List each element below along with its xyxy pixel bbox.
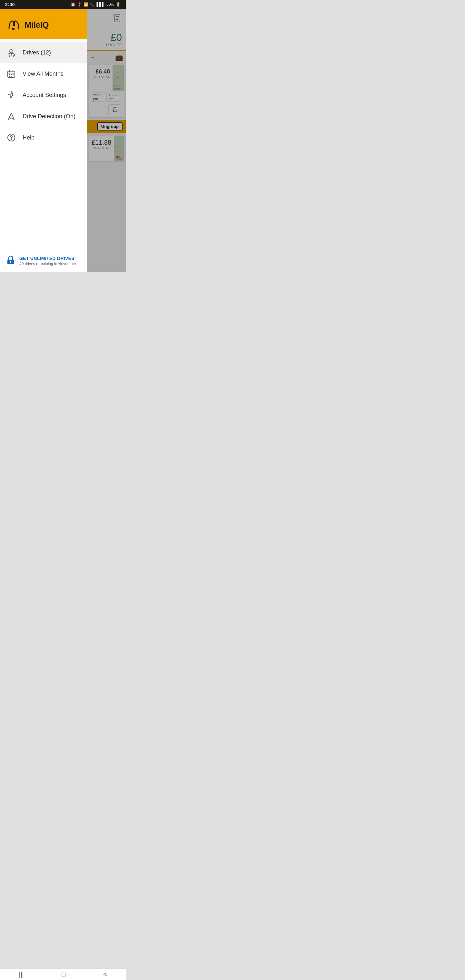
calendar-icon bbox=[6, 69, 16, 79]
sidebar-item-drive-detection[interactable]: Drive Detection (On) bbox=[0, 106, 87, 127]
svg-rect-20 bbox=[11, 74, 11, 75]
svg-rect-19 bbox=[9, 74, 10, 75]
mileiq-logo-svg bbox=[6, 18, 20, 32]
gear-icon bbox=[6, 90, 16, 100]
car-pin-icon bbox=[6, 48, 16, 57]
svg-rect-21 bbox=[13, 74, 14, 75]
svg-point-27 bbox=[11, 139, 12, 140]
alarm-icon: ⏰ bbox=[70, 2, 75, 7]
location-icon: 📍 bbox=[77, 2, 82, 7]
sidebar-item-view-months-label: View All Months bbox=[22, 70, 64, 77]
battery-icon: 🔋 bbox=[116, 2, 121, 7]
navigation-icon bbox=[6, 111, 16, 121]
sidebar-footer[interactable]: GET UNLIMITED DRIVES 40 drives remaining… bbox=[0, 250, 87, 272]
sidebar-item-view-months[interactable]: View All Months bbox=[0, 63, 87, 84]
svg-point-29 bbox=[10, 261, 11, 263]
sidebar: MileIQ Drives (12) bbox=[0, 9, 87, 272]
sidebar-item-account-settings[interactable]: Account Settings bbox=[0, 84, 87, 106]
phone-icon: 📞 bbox=[90, 2, 95, 7]
sidebar-item-drive-detection-label: Drive Detection (On) bbox=[22, 113, 75, 120]
svg-point-14 bbox=[13, 56, 14, 57]
status-bar: 2:40 ⏰ 📍 📶 📞 ▌▌▌ 50% 🔋 bbox=[0, 0, 126, 9]
sidebar-navigation: Drives (12) V bbox=[0, 39, 87, 250]
svg-point-10 bbox=[12, 28, 14, 30]
battery-text: 50% bbox=[106, 2, 114, 7]
sidebar-item-drives-label: Drives (12) bbox=[22, 49, 51, 56]
signal-icon: ▌▌▌ bbox=[96, 2, 105, 7]
wifi-icon: 📶 bbox=[83, 2, 88, 7]
footer-title: GET UNLIMITED DRIVES bbox=[19, 256, 76, 261]
svg-point-11 bbox=[10, 49, 13, 53]
sidebar-item-drives[interactable]: Drives (12) bbox=[0, 42, 87, 63]
help-circle-icon bbox=[6, 133, 16, 142]
status-time: 2:40 bbox=[5, 2, 15, 7]
status-icons: ⏰ 📍 📶 📞 ▌▌▌ 50% 🔋 bbox=[70, 2, 121, 7]
svg-rect-23 bbox=[11, 76, 11, 77]
logo-icon bbox=[6, 18, 20, 32]
sidebar-header: MileIQ bbox=[0, 9, 87, 39]
sidebar-item-help[interactable]: Help bbox=[0, 127, 87, 148]
app-container: £0 LOGGED → 💼 £6.48 POTENTIAL bbox=[0, 9, 126, 272]
svg-rect-22 bbox=[9, 76, 10, 77]
sidebar-item-help-label: Help bbox=[22, 134, 35, 141]
svg-marker-25 bbox=[8, 113, 14, 119]
sidebar-brand-name: MileIQ bbox=[24, 20, 49, 30]
svg-point-13 bbox=[9, 56, 10, 57]
footer-text-block: GET UNLIMITED DRIVES 40 drives remaining… bbox=[19, 256, 76, 266]
sidebar-item-account-settings-label: Account Settings bbox=[22, 92, 66, 99]
footer-subtitle: 40 drives remaining in November bbox=[19, 262, 76, 266]
lock-icon bbox=[6, 255, 15, 267]
